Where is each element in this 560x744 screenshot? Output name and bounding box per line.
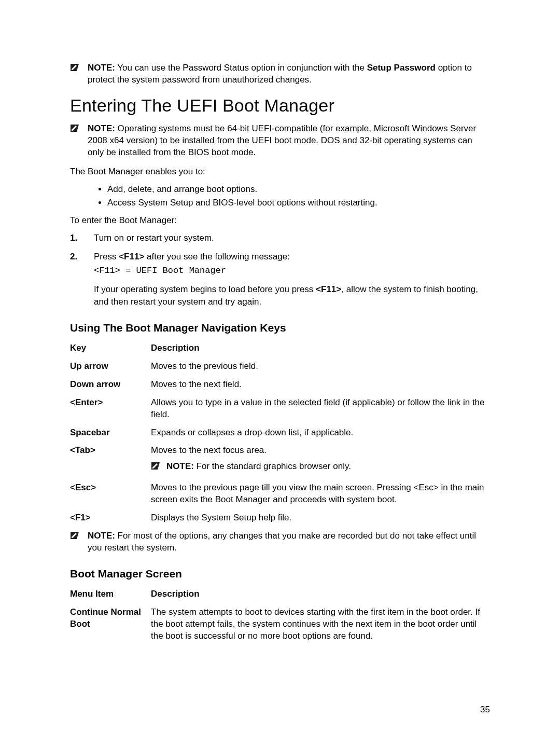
col-desc: Description [151,342,490,354]
note-tab: NOTE: For the standard graphics browser … [151,461,490,473]
note-text: NOTE: You can use the Password Status op… [88,62,490,86]
heading-boot-manager-screen: Boot Manager Screen [70,568,490,580]
note-label: NOTE: [88,63,115,73]
bms-table: Menu Item Description Continue Normal Bo… [70,588,490,642]
table-row: Continue Normal Boot The system attempts… [70,607,490,642]
note-label: NOTE: [88,123,115,133]
col-menu-item: Menu Item [70,588,151,600]
note-text: NOTE: For most of the options, any chang… [88,530,490,554]
heading-entering-uefi: Entering The UEFI Boot Manager [70,95,490,116]
step-1: Turn on or restart your system. [70,232,490,244]
page-number: 35 [480,705,490,715]
pencil-icon [70,531,79,540]
pencil-icon [70,63,79,72]
pencil-icon [151,462,160,470]
table-row: <Enter> Allows you to type in a value in… [70,397,490,421]
note-text: NOTE: Operating systems must be 64-bit U… [88,123,490,159]
para-to-enter: To enter the Boot Manager: [70,215,490,227]
list-item: Access System Setup and BIOS-level boot … [107,197,490,210]
note-restart: NOTE: For most of the options, any chang… [70,530,490,554]
table-row: <Esc> Moves to the previous page till yo… [70,482,490,506]
list-item: Add, delete, and arrange boot options. [107,183,490,196]
step-list: Turn on or restart your system. Press <F… [70,232,490,308]
note-label: NOTE: [166,461,194,471]
note-password-status: NOTE: You can use the Password Status op… [70,62,490,86]
bullet-list: Add, delete, and arrange boot options. A… [70,183,490,210]
table-header: Menu Item Description [70,588,490,600]
col-desc: Description [151,588,490,600]
code-line: <F11> = UEFI Boot Manager [94,265,490,277]
note-label: NOTE: [88,531,115,541]
table-row: Up arrow Moves to the previous field. [70,361,490,373]
document-page: NOTE: You can use the Password Status op… [0,0,560,744]
table-row: Down arrow Moves to the next field. [70,379,490,391]
pencil-icon [70,124,79,132]
heading-nav-keys: Using The Boot Manager Navigation Keys [70,322,490,334]
step-2: Press <F11> after you see the following … [70,251,490,308]
nav-keys-table: Key Description Up arrow Moves to the pr… [70,342,490,524]
col-key: Key [70,342,151,354]
table-row-tab: <Tab> Moves to the next focus area. NOTE… [70,445,490,473]
table-row: <F1> Displays the System Setup help file… [70,512,490,524]
table-row: Spacebar Expands or collapses a drop-dow… [70,427,490,439]
note-uefi-compat: NOTE: Operating systems must be 64-bit U… [70,123,490,159]
step-2-sub: If your operating system begins to load … [94,283,490,308]
para-enables: The Boot Manager enables you to: [70,166,490,178]
table-header: Key Description [70,342,490,354]
